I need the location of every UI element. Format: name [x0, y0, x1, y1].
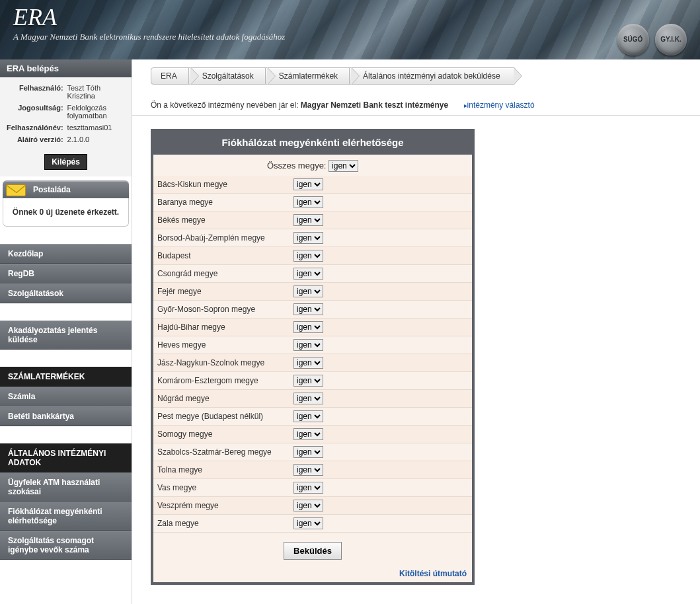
institution-prefix: Ön a következő intézmény nevében jár el:: [151, 100, 301, 110]
county-row: Pest megye (Budapest nélkül)igen: [153, 408, 472, 426]
county-row: Vas megyeigen: [153, 479, 472, 497]
nav-altalanos-item-0[interactable]: Ügyfelek ATM használati szokásai: [0, 472, 132, 502]
county-name: Budapest: [157, 251, 293, 260]
mailbox-body: Önnek 0 új üzenete érkezett.: [3, 198, 129, 227]
nav-primary-item-0[interactable]: Kezdőlap: [0, 244, 132, 264]
institution-name: Magyar Nemzeti Bank teszt intézménye: [301, 100, 448, 110]
county-select-1[interactable]: igen: [293, 196, 323, 208]
county-name: Szabolcs-Szatmár-Bereg megye: [157, 447, 293, 457]
county-row: Borsod-Abaúj-Zemplén megyeigen: [153, 229, 472, 247]
nav-szamla-item-1[interactable]: Betéti bankkártya: [0, 406, 132, 426]
value-version: 2.1.0.0: [66, 134, 128, 145]
breadcrumb-item-1[interactable]: Szolgáltatások: [188, 67, 268, 85]
faq-button[interactable]: GY.I.K.: [655, 24, 687, 56]
county-select-19[interactable]: igen: [293, 517, 323, 529]
county-form: Fiókhálózat megyénkénti elérhetősége Öss…: [151, 129, 475, 585]
county-row: Baranya megyeigen: [153, 194, 472, 211]
nav-szamla-item-0[interactable]: Számla: [0, 387, 132, 406]
nav-altalanos-item-1[interactable]: Fiókhálózat megyénkénti elérhetősége: [0, 502, 132, 531]
app-title: ERA: [13, 5, 687, 29]
breadcrumb-item-0[interactable]: ERA: [151, 67, 191, 85]
nav-group-szamlatermekek: SZÁMLATERMÉKEK: [0, 367, 132, 387]
nav-secondary-item-0[interactable]: Akadályoztatás jelentés küldése: [0, 321, 132, 350]
svg-rect-0: [7, 185, 26, 196]
county-name: Tolna megye: [157, 465, 293, 474]
county-row: Somogy megyeigen: [153, 426, 472, 443]
county-name: Vas megye: [157, 483, 293, 492]
value-role: Feldolgozás folyamatban: [66, 102, 128, 121]
value-user: Teszt Tóth Krisztina: [66, 83, 128, 101]
breadcrumb-item-2[interactable]: Számlatermékek: [265, 67, 352, 85]
institution-switch-link[interactable]: intézmény választó: [464, 100, 535, 110]
county-row: Jász-Nagykun-Szolnok megyeigen: [153, 354, 472, 372]
county-select-11[interactable]: igen: [293, 375, 323, 387]
county-select-15[interactable]: igen: [293, 446, 323, 458]
main-content: ERASzolgáltatásokSzámlatermékekÁltalános…: [132, 59, 700, 604]
county-select-7[interactable]: igen: [293, 303, 323, 315]
county-row: Hajdú-Bihar megyeigen: [153, 319, 472, 336]
county-name: Komárom-Esztergom megye: [157, 376, 293, 385]
county-select-3[interactable]: igen: [293, 232, 323, 244]
county-row: Zala megyeigen: [153, 515, 472, 533]
county-name: Pest megye (Budapest nélkül): [157, 412, 293, 421]
county-row: Győr-Moson-Sopron megyeigen: [153, 301, 472, 319]
county-name: Veszprém megye: [157, 501, 293, 510]
label-username: Felhasználónév:: [5, 122, 65, 133]
app-banner: ERA A Magyar Nemzeti Bank elektronikus r…: [0, 0, 700, 59]
county-select-5[interactable]: igen: [293, 268, 323, 280]
county-name: Békés megye: [157, 215, 293, 225]
county-select-16[interactable]: igen: [293, 464, 323, 476]
county-name: Fejér megye: [157, 287, 293, 296]
app-subtitle: A Magyar Nemzeti Bank elektronikus rends…: [13, 32, 687, 42]
label-version: Aláíró verzió:: [5, 134, 65, 145]
nav-altalanos-item-2[interactable]: Szolgáltatás csomagot igénybe vevők szám…: [0, 531, 132, 560]
county-name: Győr-Moson-Sopron megye: [157, 305, 293, 314]
label-role: Jogosultság:: [5, 102, 65, 121]
county-name: Zala megye: [157, 519, 293, 528]
county-row: Nógrád megyeigen: [153, 390, 472, 408]
breadcrumb: ERASzolgáltatásokSzámlatermékekÁltalános…: [132, 59, 700, 89]
submit-button[interactable]: Beküldés: [284, 542, 342, 560]
county-select-10[interactable]: igen: [293, 357, 323, 369]
county-name: Somogy megye: [157, 430, 293, 439]
county-name: Jász-Nagykun-Szolnok megye: [157, 358, 293, 367]
county-row: Komárom-Esztergom megyeigen: [153, 372, 472, 390]
county-row: Tolna megyeigen: [153, 461, 472, 479]
fill-guide-link[interactable]: Kitöltési útmutató: [153, 569, 472, 582]
sidebar: ERA belépés Felhasználó: Teszt Tóth Kris…: [0, 59, 132, 604]
county-select-9[interactable]: igen: [293, 339, 323, 351]
county-name: Baranya megye: [157, 198, 293, 207]
county-select-0[interactable]: igen: [293, 178, 323, 190]
county-row: Fejér megyeigen: [153, 283, 472, 301]
nav-primary-item-1[interactable]: RegDB: [0, 264, 132, 283]
county-select-2[interactable]: igen: [293, 214, 323, 226]
county-name: Hajdú-Bihar megye: [157, 322, 293, 332]
nav-primary-item-2[interactable]: Szolgáltatások: [0, 283, 132, 303]
help-button[interactable]: SÚGÓ: [617, 24, 649, 56]
county-select-17[interactable]: igen: [293, 482, 323, 494]
county-form-heading: Fiókhálózat megyénkénti elérhetősége: [153, 132, 472, 155]
county-select-4[interactable]: igen: [293, 250, 323, 262]
county-row: Bács-Kiskun megyeigen: [153, 176, 472, 194]
county-name: Nógrád megye: [157, 394, 293, 403]
county-select-12[interactable]: igen: [293, 393, 323, 404]
county-row: Békés megyeigen: [153, 211, 472, 229]
all-counties-select[interactable]: igen: [329, 160, 358, 172]
county-select-13[interactable]: igen: [293, 410, 323, 422]
county-name: Borsod-Abaúj-Zemplén megye: [157, 233, 293, 243]
login-panel: Felhasználó: Teszt Tóth Krisztina Jogosu…: [0, 77, 132, 149]
county-select-8[interactable]: igen: [293, 321, 323, 333]
county-select-14[interactable]: igen: [293, 428, 323, 440]
logout-button[interactable]: Kilépés: [44, 154, 87, 170]
all-counties-label: Összes megye:: [267, 161, 327, 170]
value-username: teszttamasi01: [66, 122, 128, 133]
county-row: Csongrád megyeigen: [153, 265, 472, 283]
breadcrumb-item-3[interactable]: Általános intézményi adatok beküldése: [349, 67, 514, 85]
county-select-18[interactable]: igen: [293, 500, 323, 511]
login-panel-heading: ERA belépés: [0, 59, 132, 77]
mailbox-heading[interactable]: Postaláda: [3, 180, 129, 198]
county-select-6[interactable]: igen: [293, 285, 323, 297]
county-name: Csongrád megye: [157, 269, 293, 278]
county-row: Budapestigen: [153, 247, 472, 265]
institution-line: Ön a következő intézmény nevében jár el:…: [132, 89, 700, 116]
